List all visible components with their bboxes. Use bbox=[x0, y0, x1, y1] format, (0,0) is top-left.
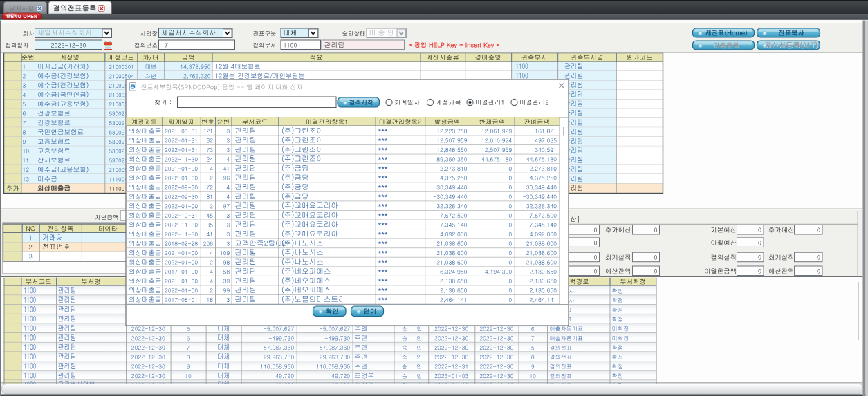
svg-text:MENU OPEN: MENU OPEN bbox=[7, 14, 38, 19]
